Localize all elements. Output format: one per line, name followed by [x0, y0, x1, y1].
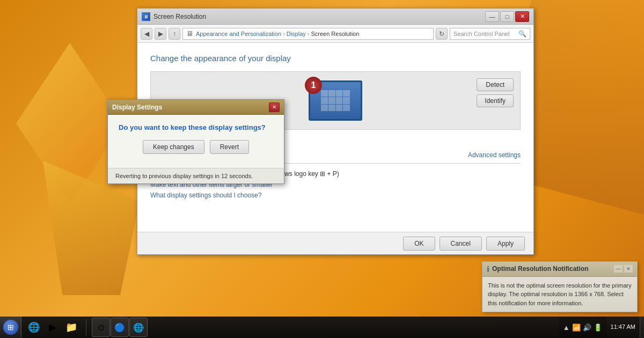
breadcrumb-sep-1: ›: [283, 31, 285, 37]
taskbar-icon-folder[interactable]: 📁: [62, 318, 80, 337]
notification-minimize-button[interactable]: —: [614, 265, 623, 273]
taskbar-pinned-icons: 🌐 ▶ 📁: [21, 318, 84, 337]
search-box[interactable]: Search Control Panel 🔍: [450, 28, 530, 40]
notification-header: ℹ Optimal Resolution Notification — ✕: [482, 262, 637, 277]
dialog-body: Do you want to keep these display settin…: [108, 115, 284, 168]
breadcrumb-appearance: Appearance and Personalization: [196, 31, 281, 37]
advanced-settings-link[interactable]: Advanced settings: [468, 151, 521, 159]
grid-cell: [328, 105, 335, 111]
grid-cell: [336, 90, 343, 97]
dialog-question: Do you want to keep these display settin…: [119, 123, 273, 131]
dialog-buttons: Keep changes Revert: [119, 140, 273, 154]
window-titlebar: 🖥 Screen Resolution — □ ✕: [137, 9, 533, 25]
grid-cell: [343, 97, 350, 104]
tray-icon-volume[interactable]: 🔊: [583, 324, 591, 332]
back-button[interactable]: ◀: [141, 28, 152, 40]
tray-icon-arrow[interactable]: ▲: [563, 324, 570, 332]
taskbar-icon-windows[interactable]: ▶: [43, 318, 62, 337]
taskbar-icon-ie[interactable]: 🌐: [25, 318, 43, 337]
dialog-title: Display Settings: [112, 104, 269, 111]
notification-body[interactable]: This is not the optimal screen resolutio…: [482, 277, 637, 312]
refresh-button[interactable]: ↻: [436, 28, 448, 40]
notification-close-button[interactable]: ✕: [624, 265, 633, 273]
show-desktop-button[interactable]: [640, 317, 644, 338]
start-button[interactable]: [0, 317, 21, 338]
maximize-button[interactable]: □: [500, 11, 514, 22]
notification-text: This is not the optimal screen resolutio…: [488, 282, 632, 306]
app3-icon: 🌐: [133, 322, 144, 333]
taskbar-icon-app3[interactable]: 🌐: [129, 318, 148, 337]
keep-changes-button[interactable]: Keep changes: [143, 140, 204, 154]
breadcrumb-resolution: Screen Resolution: [311, 31, 359, 37]
system-clock[interactable]: 11:47 AM: [606, 323, 640, 331]
search-placeholder: Search Control Panel: [453, 31, 518, 37]
app2-icon: 🔵: [114, 322, 125, 333]
ok-button[interactable]: OK: [403, 237, 435, 251]
info-icon: ℹ: [487, 265, 489, 273]
notification-controls: — ✕: [614, 265, 633, 273]
dialog-footer: Reverting to previous display settings i…: [108, 168, 284, 183]
forward-button[interactable]: ▶: [155, 28, 166, 40]
folder-icon: 📁: [65, 321, 77, 333]
up-button[interactable]: ↑: [169, 28, 180, 40]
clock-time: 11:47 AM: [611, 323, 635, 331]
start-orb: [3, 320, 18, 335]
cancel-button[interactable]: Cancel: [440, 237, 482, 251]
page-heading: Change the appearance of your display: [150, 54, 521, 63]
detect-button[interactable]: Detect: [477, 78, 514, 91]
minimize-button[interactable]: —: [485, 11, 499, 22]
grid-cell: [328, 97, 335, 104]
grid-cell: [321, 90, 328, 97]
grid-cell: [343, 105, 350, 111]
desktop: 🖥 Screen Resolution — □ ✕ ◀ ▶ ↑ 🖥 Appear…: [0, 0, 644, 338]
address-path[interactable]: 🖥 Appearance and Personalization › Displ…: [182, 28, 434, 40]
close-button[interactable]: ✕: [515, 11, 529, 22]
taskbar-icon-app1[interactable]: ⊙: [92, 318, 110, 337]
window-title: Screen Resolution: [153, 13, 485, 20]
breadcrumb-sep-2: ›: [308, 31, 310, 37]
identify-button[interactable]: Identify: [477, 94, 514, 107]
tray-icon-battery[interactable]: 🔋: [594, 324, 602, 332]
windows-icon: ▶: [49, 321, 56, 333]
taskbar-icon-app2[interactable]: 🔵: [111, 318, 129, 337]
app1-icon: ⊙: [98, 322, 105, 333]
taskbar-open-apps: ⊙ 🔵 🌐: [89, 318, 151, 337]
dialog-countdown: Reverting to previous display settings i…: [115, 173, 253, 179]
grid-cell: [336, 97, 343, 104]
grid-cell: [328, 90, 335, 97]
dialog-titlebar: Display Settings ✕: [108, 100, 284, 115]
monitor-grid: [319, 89, 352, 113]
notification-popup: ℹ Optimal Resolution Notification — ✕ Th…: [482, 261, 638, 313]
apply-button[interactable]: Apply: [486, 237, 525, 251]
window-controls: — □ ✕: [485, 11, 529, 22]
grid-cell: [336, 105, 343, 111]
grid-cell: [343, 90, 350, 97]
revert-button[interactable]: Revert: [210, 140, 249, 154]
detect-identify-buttons: Detect Identify: [477, 78, 514, 107]
grid-cell: [321, 97, 328, 104]
search-icon: 🔍: [518, 30, 526, 38]
tray-icon-network[interactable]: 📶: [572, 324, 581, 332]
ie-icon: 🌐: [28, 321, 40, 333]
monitor-number: 1: [305, 77, 322, 94]
taskbar-separator: [86, 319, 86, 335]
window-bottom-bar: OK Cancel Apply: [137, 232, 533, 254]
taskbar: 🌐 ▶ 📁 ⊙ 🔵 🌐 ▲ 📶 🔊 🔋: [0, 317, 644, 338]
grid-cell: [321, 105, 328, 111]
display-settings-help-link[interactable]: What display settings should I choose?: [150, 192, 521, 199]
notification-title: Optimal Resolution Notification: [492, 265, 614, 273]
address-bar: ◀ ▶ ↑ 🖥 Appearance and Personalization ›…: [137, 25, 533, 43]
dialog-close-button[interactable]: ✕: [269, 102, 280, 112]
display-settings-dialog: Display Settings ✕ Do you want to keep t…: [107, 99, 284, 184]
breadcrumb-display: Display: [287, 31, 306, 37]
system-tray: ▲ 📶 🔊 🔋: [559, 317, 606, 338]
monitor-preview: 1: [309, 80, 362, 121]
window-icon: 🖥: [142, 12, 150, 21]
